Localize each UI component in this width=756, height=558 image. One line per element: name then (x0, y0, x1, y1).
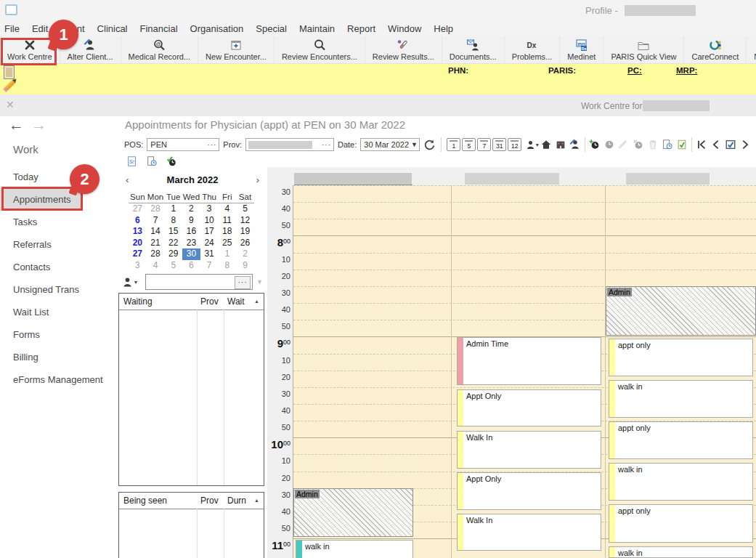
appointment-slot-appt-only[interactable]: Appt Only (457, 389, 601, 426)
appointment-slot-appt-only[interactable]: appt only (609, 504, 753, 543)
sidebar-item-billing[interactable]: Billing (0, 346, 116, 368)
calendar-day[interactable]: 31 (200, 248, 219, 260)
calendar-day[interactable]: 17 (200, 226, 219, 238)
date-input[interactable]: 30 Mar 2022 ▼ (360, 138, 420, 151)
date-dropdown-caret-icon[interactable]: ▼ (409, 141, 420, 148)
admin-block[interactable]: Admin (293, 488, 413, 537)
calendar-day[interactable]: 9 (182, 215, 200, 227)
calendar-day[interactable]: 29 (164, 248, 182, 260)
toolbar-button-medinet[interactable]: mnRxMedinet (559, 36, 603, 63)
being-seen-panel-header[interactable]: Being seen Prov Durn ▲ (119, 493, 264, 509)
appointment-slot-appt-only[interactable]: appt only (609, 339, 753, 376)
client-search-input[interactable]: ··· (145, 274, 253, 290)
calendar-day[interactable]: 26 (236, 238, 254, 249)
pencil-icon[interactable] (4, 79, 16, 91)
window-restore-icon[interactable] (5, 4, 17, 15)
sidebar-item-forms[interactable]: Forms (0, 323, 116, 346)
calendar-day[interactable]: 3 (129, 260, 147, 272)
doc-clock-icon[interactable] (660, 137, 675, 152)
clock-add-icon[interactable] (588, 137, 602, 152)
doc-check-icon[interactable] (675, 137, 689, 152)
calendar-day[interactable]: 28 (147, 248, 165, 260)
calendar-day[interactable]: 5 (164, 260, 182, 272)
calendar-day[interactable]: 8 (164, 215, 182, 227)
menu-item-maintain[interactable]: Maintain (293, 23, 341, 34)
sc-doc-icon[interactable]: Sc (125, 154, 139, 169)
calendar-day[interactable]: 28 (147, 203, 165, 215)
sort-ascending-icon[interactable]: ▲ (254, 498, 259, 503)
prov-ellipsis-button[interactable]: ··· (320, 141, 333, 149)
waiting-col-prov[interactable]: Prov (200, 296, 219, 307)
calendar-day[interactable]: 2 (182, 203, 200, 215)
check-clock-icon[interactable] (164, 154, 179, 169)
banner-field-mrp[interactable]: MRP: (676, 66, 697, 75)
door-icon[interactable] (4, 65, 15, 79)
calendar-day[interactable]: 25 (218, 238, 236, 249)
calendar-day[interactable]: 11 (218, 215, 236, 227)
calendar-day[interactable]: 23 (182, 238, 200, 249)
person-caret-icon[interactable]: ▾ (524, 137, 539, 152)
building-icon[interactable] (553, 137, 568, 152)
appointment-slot-appt-only[interactable]: appt only (609, 421, 753, 459)
waiting-panel-header[interactable]: Waiting Prov Wait ▲ (119, 294, 264, 310)
calendar-day[interactable]: 6 (182, 260, 200, 272)
sort-ascending-icon[interactable]: ▲ (254, 299, 259, 304)
calendar-day[interactable]: 15 (164, 226, 182, 238)
menu-item-clinical[interactable]: Clinical (91, 23, 134, 34)
being-seen-col-durn[interactable]: Durn (227, 496, 246, 506)
menu-item-special[interactable]: Special (250, 23, 293, 34)
admin-block[interactable]: Admin (606, 286, 756, 336)
sidebar-item-referrals[interactable]: Referrals (0, 233, 116, 256)
client-search-dropdown-icon[interactable]: ▼ (256, 278, 263, 286)
calendar-next-icon[interactable]: › (256, 174, 259, 185)
view-button-31-day[interactable]: 31 (492, 138, 506, 151)
calendar-day[interactable]: 27 (129, 248, 147, 260)
close-icon[interactable]: ✕ (6, 99, 15, 110)
calendar-prev-icon[interactable]: ‹ (126, 174, 129, 185)
sidebar-item-contacts[interactable]: Contacts (0, 256, 116, 278)
doc-clock-icon[interactable] (145, 154, 159, 169)
refresh-icon[interactable] (422, 137, 436, 152)
waiting-col-wait[interactable]: Wait (227, 296, 245, 307)
calendar-day[interactable]: 9 (236, 260, 254, 272)
back-arrow-icon[interactable]: ← (9, 116, 24, 134)
toolbar-button-new-intervent[interactable]: New Intervent... (746, 36, 756, 63)
toolbar-button-careconnect[interactable]: CareConnect (683, 36, 746, 63)
calendar-day[interactable]: 2 (236, 248, 254, 260)
pos-ellipsis-button[interactable]: ··· (205, 141, 219, 149)
appointment-slot-walk-in[interactable]: Walk In (457, 514, 601, 551)
nav-next-icon[interactable] (738, 137, 752, 152)
view-button-7-day[interactable]: 7 (477, 138, 491, 151)
menu-item-financial[interactable]: Financial (134, 23, 184, 34)
sidebar-item-tasks[interactable]: Tasks (0, 211, 116, 233)
calendar-day[interactable]: 3 (200, 203, 219, 215)
sidebar-item-unsigned-trans[interactable]: Unsigned Trans (0, 278, 116, 301)
toolbar-button-problems[interactable]: DxProblems... (504, 36, 560, 63)
calendar-day[interactable]: 13 (129, 226, 147, 238)
calendar-day[interactable]: 6 (129, 215, 147, 227)
calendar-day[interactable]: 5 (236, 203, 254, 215)
redacted-column-2-provider[interactable] (465, 173, 559, 185)
redacted-column-3-provider[interactable] (626, 173, 710, 185)
calendar-day[interactable]: 14 (147, 226, 165, 238)
home-icon[interactable] (539, 137, 553, 152)
calendar-day[interactable]: 24 (200, 238, 219, 249)
toolbar-button-new-encounter[interactable]: New Encounter... (198, 36, 274, 63)
calendar-day[interactable]: 22 (164, 238, 182, 249)
calendar-day[interactable]: 4 (218, 203, 236, 215)
appointment-slot-walk-in[interactable]: walk in (296, 540, 413, 558)
pos-input[interactable]: PEN ··· (147, 138, 219, 151)
calendar-day[interactable]: 21 (147, 238, 165, 249)
appointment-slot-appt-only[interactable]: Appt Only (457, 472, 601, 510)
calendar-day[interactable]: 4 (147, 260, 165, 272)
appointment-slot-admin-time[interactable]: Admin Time (457, 337, 601, 385)
forward-arrow-icon[interactable]: → (31, 116, 46, 134)
menu-item-help[interactable]: Help (428, 23, 460, 34)
calendar-day[interactable]: 27 (129, 203, 147, 215)
appointment-slot-walk-in[interactable]: Walk In (457, 431, 601, 469)
being-seen-col-prov[interactable]: Prov (200, 496, 219, 506)
toolbar-button-review-results[interactable]: Review Results... (365, 36, 442, 63)
toolbar-button-medical-record[interactable]: @Medical Record... (121, 36, 198, 63)
calendar-day-selected[interactable]: 30 (182, 248, 200, 260)
calendar-day[interactable]: 12 (236, 215, 254, 227)
